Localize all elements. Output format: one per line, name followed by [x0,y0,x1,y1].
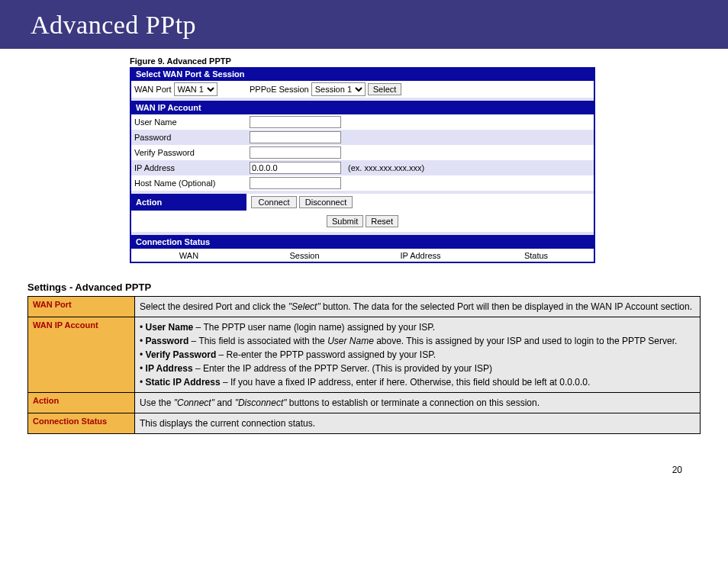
password-input[interactable] [250,131,341,143]
ip-example: (ex. xxx.xxx.xxx.xxx) [348,163,424,172]
page-number: 20 [0,434,728,483]
select-button[interactable]: Select [368,83,402,95]
verify-password-label: Verify Password [130,145,246,160]
ip-address-label: IP Address [130,160,246,175]
host-name-input[interactable] [250,177,341,189]
verify-password-input[interactable] [250,146,341,159]
row-action-val: Use the "Connect" and "Disconnect" butto… [135,393,701,413]
reset-button[interactable]: Reset [366,215,398,227]
settings-table: WAN Port Select the desired Port and cli… [27,296,701,434]
row-wan-port-val: Select the desired Port and click the "S… [135,297,701,317]
wan-port-label: WAN Port [134,85,172,94]
ip-address-input[interactable] [250,162,341,174]
row-conn-val: This displays the current connection sta… [135,413,701,434]
section-action: Action [130,194,246,211]
user-name-label: User Name [130,114,246,130]
pppoe-session-label: PPPoE Session [250,85,309,94]
col-status: Status [478,249,594,262]
user-name-input[interactable] [250,116,341,128]
section-wan-ip: WAN IP Account [130,101,594,114]
col-session: Session [246,249,362,262]
host-name-label: Host Name (Optional) [130,175,246,191]
section-connection-status: Connection Status [130,235,594,249]
figure-caption: Figure 9. Advanced PPTP [130,56,728,66]
row-wan-ip-key: WAN IP Account [28,317,135,393]
col-wan: WAN [130,249,246,262]
pppoe-session-select[interactable]: Session 1 [311,82,366,96]
row-wan-port-key: WAN Port [28,297,135,317]
wan-port-select[interactable]: WAN 1 [174,82,217,96]
settings-title: Settings - Advanced PPTP [27,282,701,293]
password-label: Password [130,130,246,145]
connect-button[interactable]: Connect [251,196,297,208]
page-title: Advanced PPtp [0,0,728,49]
config-table: Select WAN Port & Session WAN Port WAN 1… [130,67,595,263]
submit-button[interactable]: Submit [327,215,363,227]
disconnect-button[interactable]: Disconnect [299,196,353,208]
section-select-wan: Select WAN Port & Session [130,67,594,81]
row-action-key: Action [28,393,135,413]
col-ip: IP Address [362,249,478,262]
row-wan-ip-val: User Name – The PPTP user name (login na… [135,317,701,393]
row-conn-key: Connection Status [28,413,135,434]
